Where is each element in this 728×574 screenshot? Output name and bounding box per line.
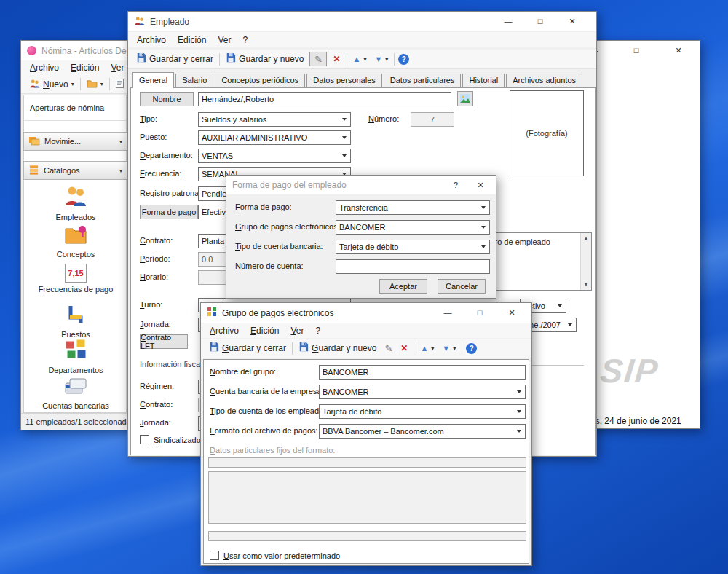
- dropdown-arrow-icon[interactable]: [513, 425, 525, 438]
- guardar-nuevo-button[interactable]: Guardar y nuevo: [296, 340, 379, 356]
- tab-salario[interactable]: Salario: [175, 74, 213, 87]
- next-record-button[interactable]: ▼ ▾: [440, 342, 458, 354]
- close-button[interactable]: ✕: [668, 41, 689, 60]
- previous-record-button[interactable]: ▲ ▾: [351, 53, 369, 65]
- sidebar-item-departamentos[interactable]: Departamentos: [24, 339, 127, 374]
- dropdown-arrow-icon[interactable]: [339, 149, 350, 162]
- guardar-cerrar-button[interactable]: Guardar y cerrar: [134, 51, 215, 67]
- dropdown-arrow-icon[interactable]: [478, 201, 489, 214]
- cuenta-empresa-select[interactable]: BANCOMER: [319, 385, 526, 399]
- jornada-label: Jornada:: [140, 320, 171, 329]
- group-catalogos[interactable]: Catálogos ▾: [23, 161, 127, 180]
- aceptar-button[interactable]: Aceptar: [379, 279, 427, 294]
- note-scrollbar[interactable]: ▲ ▼: [580, 233, 591, 290]
- nuevo-button[interactable]: Nuevo ▾: [27, 76, 76, 93]
- menu-help[interactable]: ?: [237, 33, 253, 47]
- nombre-input[interactable]: Hernández/,Roberto: [198, 92, 451, 106]
- menu-ver[interactable]: Ver: [105, 60, 130, 75]
- menu-edicion[interactable]: Edición: [65, 60, 105, 75]
- guardar-nuevo-button[interactable]: Guardar y nuevo: [223, 51, 306, 67]
- tipo-cuenta-select[interactable]: Tarjeta de débito: [336, 240, 490, 254]
- grupo-pagos-select[interactable]: BANCOMER: [336, 220, 490, 235]
- tab-historial[interactable]: Historial: [462, 74, 505, 87]
- tab-datos-particulares[interactable]: Datos particulares: [384, 74, 462, 87]
- sidebar-item-cuentas-bancarias[interactable]: Cuentas bancarias: [24, 377, 127, 410]
- sidebar-item-frecuencias[interactable]: 7,15 Frecuencias de pago: [24, 264, 127, 294]
- scroll-up-icon[interactable]: ▲: [581, 235, 591, 242]
- dropdown-arrow-icon[interactable]: [554, 299, 566, 312]
- menu-edicion[interactable]: Edición: [172, 33, 212, 47]
- sidebar-item-empleados[interactable]: Empleados: [24, 186, 127, 221]
- tab-datos-personales[interactable]: Datos personales: [306, 74, 382, 87]
- maximize-button[interactable]: □: [625, 41, 647, 60]
- nombre-grupo-input[interactable]: BANCOMER: [319, 365, 526, 380]
- menu-ver[interactable]: Ver: [212, 33, 237, 47]
- dialog-help-button[interactable]: ?: [445, 176, 467, 194]
- previous-record-button[interactable]: ▲ ▾: [418, 342, 436, 354]
- minimize-button[interactable]: —: [497, 12, 519, 31]
- numero-cuenta-input[interactable]: [336, 259, 490, 274]
- delete-button[interactable]: ✕: [398, 342, 410, 355]
- dropdown-icon[interactable]: ▾: [363, 56, 366, 63]
- dropdown-icon[interactable]: ▾: [431, 345, 434, 352]
- toolbar-separator: [347, 53, 347, 66]
- sidebar-item-puestos[interactable]: Puestos: [24, 304, 127, 339]
- empleado-titlebar[interactable]: Empleado: [128, 12, 596, 31]
- nombre-button[interactable]: Nombre: [140, 92, 194, 106]
- menu-archivo[interactable]: Archivo: [24, 60, 65, 75]
- dropdown-arrow-icon[interactable]: [513, 385, 525, 398]
- dropdown-arrow-icon[interactable]: [564, 318, 576, 331]
- maximize-button[interactable]: □: [469, 303, 491, 322]
- menu-help[interactable]: ?: [309, 323, 326, 338]
- minimize-button[interactable]: —: [437, 303, 459, 322]
- contrato-lft-button[interactable]: Contrato LFT: [140, 334, 188, 349]
- menu-archivo[interactable]: Archivo: [131, 33, 172, 47]
- document-button[interactable]: [114, 76, 126, 93]
- close-button[interactable]: ✕: [501, 303, 523, 322]
- guardar-cerrar-button[interactable]: Guardar y cerrar: [207, 340, 288, 356]
- formato-archivo-select[interactable]: BBVA Bancomer – Bancomer.com: [319, 424, 526, 439]
- photo-browse-button[interactable]: [457, 91, 473, 106]
- scroll-down-icon[interactable]: ▼: [581, 281, 591, 288]
- registro-patronal-label: Registro patronal:: [140, 189, 203, 197]
- menu-archivo[interactable]: Archivo: [204, 323, 245, 338]
- maximize-button[interactable]: □: [529, 12, 551, 31]
- sidebar-item-conceptos[interactable]: Conceptos: [24, 224, 127, 259]
- sindicalizado-checkbox[interactable]: [140, 435, 149, 444]
- tab-conceptos-periodicos[interactable]: Conceptos periódicos: [215, 74, 305, 87]
- numero-cuenta-label: Número de cuenta:: [235, 262, 304, 270]
- dropdown-arrow-icon[interactable]: [478, 221, 489, 234]
- tipo-select[interactable]: Sueldos y salarios: [198, 112, 351, 127]
- dropdown-arrow-icon[interactable]: [478, 240, 489, 253]
- help-icon[interactable]: ?: [398, 54, 409, 65]
- dropdown-icon[interactable]: ▾: [385, 56, 388, 63]
- dropdown-arrow-icon[interactable]: [513, 405, 525, 418]
- tipo-cuenta-empleados-select[interactable]: Tarjeta de débito: [319, 404, 526, 419]
- dropdown-arrow-icon[interactable]: [339, 113, 350, 126]
- edit-button[interactable]: ✎: [382, 342, 395, 355]
- cancelar-button[interactable]: Cancelar: [438, 279, 486, 294]
- group-movimientos[interactable]: Movimie... ▾: [23, 132, 127, 151]
- menu-edicion[interactable]: Edición: [245, 323, 285, 338]
- delete-button[interactable]: ✕: [331, 52, 342, 66]
- toolbar-separator: [462, 342, 462, 355]
- close-button[interactable]: ✕: [561, 12, 583, 31]
- dropdown-icon[interactable]: ▾: [453, 345, 456, 352]
- puesto-select[interactable]: AUXILIAR ADMINISTRATIVO: [198, 130, 351, 145]
- help-icon[interactable]: ?: [466, 343, 477, 354]
- valor-predeterminado-checkbox[interactable]: [210, 551, 219, 560]
- dialog-close-button[interactable]: ✕: [470, 176, 491, 194]
- edit-button[interactable]: ✎: [309, 52, 327, 66]
- open-folder-button[interactable]: ▾: [84, 76, 106, 93]
- tab-archivos-adjuntos[interactable]: Archivos adjuntos: [506, 74, 582, 87]
- dropdown-icon[interactable]: ▾: [100, 81, 103, 87]
- forma-pago-dialog-select[interactable]: Transferencia: [336, 200, 490, 215]
- menu-ver[interactable]: Ver: [285, 323, 309, 338]
- tab-general[interactable]: General: [132, 72, 174, 88]
- departamento-select[interactable]: VENTAS: [198, 149, 351, 163]
- next-record-button[interactable]: ▼ ▾: [372, 53, 390, 65]
- forma-pago-button[interactable]: Forma de pago: [140, 205, 198, 219]
- dropdown-arrow-icon[interactable]: [339, 131, 350, 144]
- sidebar-item-aperturas[interactable]: Aperturas de nómina: [24, 101, 126, 114]
- dropdown-icon[interactable]: ▾: [71, 81, 74, 87]
